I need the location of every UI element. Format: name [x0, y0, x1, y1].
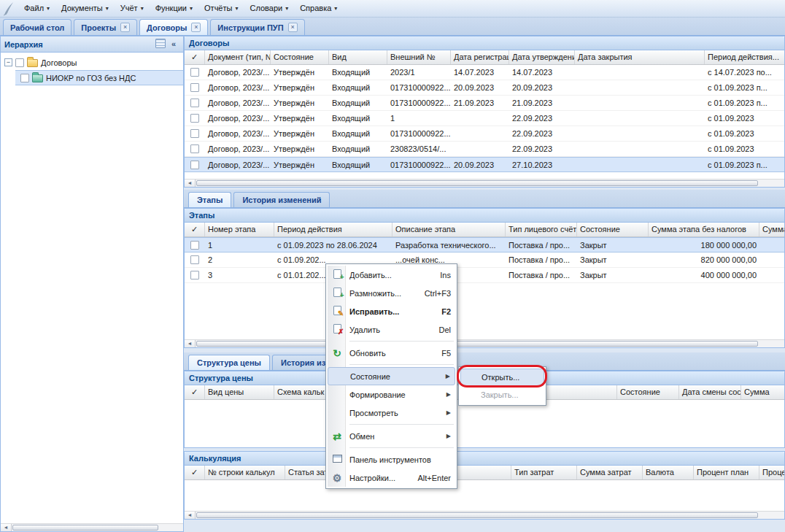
table-row[interactable]: Договор, 2023/...УтверждёнВходящий230823…: [185, 142, 784, 157]
scrollbar-thumb[interactable]: [12, 525, 158, 531]
scrollbar-thumb[interactable]: [196, 512, 758, 518]
table-row[interactable]: Договор, 2023/...УтверждёнВходящий017310…: [185, 96, 784, 111]
tab-instructions[interactable]: Инструкции ПУП×: [210, 19, 304, 35]
scrollbar-thumb[interactable]: [196, 180, 758, 186]
stages-hscrollbar[interactable]: ◄: [185, 339, 784, 347]
tab-price-structure[interactable]: Структура цены: [188, 355, 270, 370]
table-row-selected[interactable]: Договор, 2023/...УтверждёнВходящий017310…: [185, 157, 784, 172]
column-registration-date[interactable]: Дата регистрации: [451, 50, 509, 64]
collapse-panel-icon[interactable]: «: [168, 39, 179, 50]
column-percent-fact[interactable]: Процент ф: [759, 466, 785, 479]
menu-item-formation[interactable]: Формирование ▶: [328, 385, 455, 404]
menu-item-state[interactable]: Состояние ▶: [328, 367, 455, 385]
tree-node-checkbox[interactable]: [20, 74, 29, 82]
scroll-left-icon[interactable]: ◄: [1, 524, 12, 531]
scroll-left-icon[interactable]: ◄: [185, 512, 196, 519]
menu-item-settings[interactable]: ⚙ Настройки... Alt+Enter: [328, 469, 455, 487]
row-checkbox[interactable]: [190, 161, 199, 169]
tab-desktop[interactable]: Рабочий стол: [3, 19, 71, 35]
menu-item-label: Удалить: [349, 325, 433, 334]
tree-expand-icon[interactable]: −: [4, 58, 12, 66]
submenu-item-open[interactable]: Открыть...: [460, 369, 544, 386]
column-state[interactable]: Состояние: [617, 385, 679, 399]
column-state-change-date[interactable]: Дата смены состоя: [679, 385, 741, 399]
column-check[interactable]: ✓: [185, 223, 205, 236]
column-closing-date[interactable]: Дата закрытия: [575, 50, 705, 64]
column-stage-number[interactable]: Номер этапа: [205, 223, 274, 236]
column-price-kind[interactable]: Вид цены: [205, 385, 274, 399]
grid-empty-area: [185, 283, 784, 339]
submenu-item-close[interactable]: Закрыть...: [460, 386, 544, 404]
calc-hscrollbar[interactable]: ◄: [185, 511, 784, 519]
tree-node-checkbox[interactable]: [15, 58, 24, 67]
menu-functions[interactable]: Функции▾: [150, 1, 198, 15]
menu-item-exchange[interactable]: ⇄ Обмен ▶: [328, 427, 455, 445]
menu-reports[interactable]: Отчёты▾: [198, 1, 244, 15]
scroll-left-icon[interactable]: ◄: [185, 340, 196, 347]
hierarchy-hscrollbar[interactable]: ◄: [1, 523, 183, 531]
view-options-icon[interactable]: [155, 39, 166, 50]
row-checkbox[interactable]: [190, 99, 199, 107]
column-calc-line-number[interactable]: № строки калькул: [205, 466, 285, 479]
tree-node-contracts[interactable]: − Договоры: [1, 55, 183, 70]
column-approval-date[interactable]: Дата утверждения: [509, 50, 575, 64]
menu-item-refresh[interactable]: ↻ Обновить F5: [328, 344, 455, 362]
menu-help[interactable]: Справка▾: [294, 1, 343, 15]
column-description[interactable]: Описание этапа: [392, 223, 506, 236]
menu-dictionaries[interactable]: Словари▾: [244, 1, 294, 15]
column-currency[interactable]: Валюта: [643, 466, 694, 479]
column-cost-sum[interactable]: Сумма затрат: [577, 466, 643, 479]
table-row-selected[interactable]: 1с 01.09.2023 по 28.06.2024Разработка те…: [185, 237, 784, 252]
column-check[interactable]: ✓: [185, 466, 205, 479]
table-row[interactable]: 3с 01.01.202......зделия и ...Поставка /…: [185, 268, 784, 283]
column-percent-plan[interactable]: Процент план: [694, 466, 759, 479]
row-checkbox[interactable]: [190, 83, 199, 92]
menu-accounting[interactable]: Учёт▾: [115, 1, 150, 15]
menu-documents[interactable]: Документы▾: [55, 1, 115, 15]
column-period[interactable]: Период действия: [274, 223, 392, 236]
table-row[interactable]: Договор, 2023/...УтверждёнВходящий2023/1…: [185, 65, 784, 80]
column-document[interactable]: Документ (тип, №: [205, 50, 271, 64]
tab-projects[interactable]: Проекты×: [74, 19, 137, 35]
close-icon[interactable]: ×: [288, 23, 298, 32]
tab-stages[interactable]: Этапы: [188, 192, 231, 207]
table-row[interactable]: 2с 01.09.202......очей конс...Поставка /…: [185, 252, 784, 268]
row-checkbox[interactable]: [190, 129, 199, 138]
column-kind[interactable]: Вид: [329, 50, 387, 64]
close-icon[interactable]: ×: [120, 23, 130, 32]
column-sum-no-tax[interactable]: Сумма этапа без налогов: [649, 223, 759, 236]
tab-contracts[interactable]: Договоры×: [139, 19, 208, 35]
column-state[interactable]: Состояние: [577, 223, 649, 236]
tree-node-niokr[interactable]: НИОКР по ГОЗ без НДС: [15, 70, 183, 85]
menu-item-view[interactable]: Просмотреть ▶: [328, 404, 455, 422]
menu-item-delete[interactable]: ✗ Удалить Del: [328, 320, 455, 339]
menu-item-add[interactable]: + Добавить... Ins: [328, 266, 455, 284]
table-row[interactable]: Договор, 2023/...УтверждёнВходящий017310…: [185, 126, 784, 142]
scroll-left-icon[interactable]: ◄: [185, 180, 196, 187]
menu-item-duplicate[interactable]: + Размножить... Ctrl+F3: [328, 284, 455, 302]
table-row[interactable]: Договор, 2023/...УтверждёнВходящий122.09…: [185, 111, 784, 126]
tab-change-history[interactable]: История изменений: [233, 192, 330, 207]
close-icon[interactable]: ×: [191, 23, 201, 32]
row-checkbox[interactable]: [190, 68, 199, 77]
column-sum[interactable]: Сумма: [741, 385, 785, 399]
menu-item-edit[interactable]: ✎ Исправить... F2: [328, 302, 455, 320]
column-check[interactable]: ✓: [185, 385, 205, 399]
column-cost-type[interactable]: Тип затрат: [511, 466, 577, 479]
row-checkbox[interactable]: [190, 114, 199, 123]
column-check[interactable]: ✓: [185, 50, 205, 64]
row-checkbox[interactable]: [190, 271, 199, 280]
menu-file[interactable]: Файл▾: [18, 1, 55, 15]
scrollbar-thumb[interactable]: [196, 341, 758, 347]
column-validity-period[interactable]: Период действия...: [705, 50, 785, 64]
row-checkbox[interactable]: [190, 241, 199, 250]
column-external-number[interactable]: Внешний №: [387, 50, 451, 64]
menu-item-toolbar[interactable]: Панель инструментов: [328, 450, 455, 469]
table-row[interactable]: Договор, 2023/...УтверждёнВходящий017310…: [185, 80, 784, 96]
column-account-type[interactable]: Тип лицевого счёт: [506, 223, 577, 236]
row-checkbox[interactable]: [190, 255, 199, 264]
row-checkbox[interactable]: [190, 144, 199, 153]
column-state[interactable]: Состояние: [271, 50, 329, 64]
column-sum[interactable]: Сумма: [759, 223, 785, 236]
contracts-hscrollbar[interactable]: ◄: [185, 179, 784, 187]
